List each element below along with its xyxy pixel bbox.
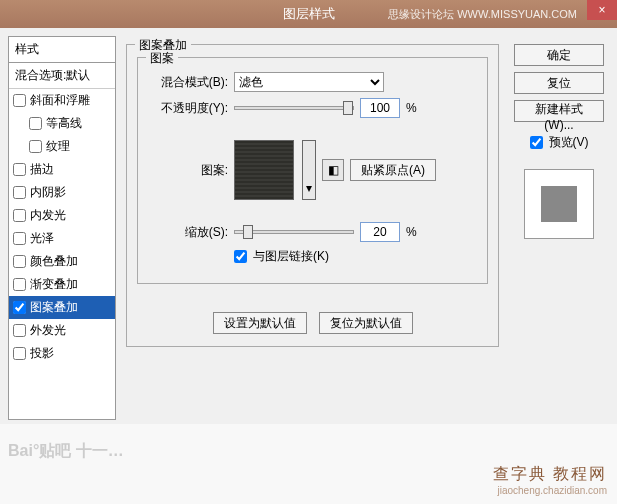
set-default-button[interactable]: 设置为默认值: [213, 312, 307, 334]
pattern-label: 图案:: [148, 162, 228, 179]
style-checkbox[interactable]: [13, 232, 26, 245]
styles-header: 样式: [9, 37, 115, 63]
style-item[interactable]: 等高线: [9, 112, 115, 135]
style-label: 颜色叠加: [30, 253, 78, 270]
style-label: 斜面和浮雕: [30, 92, 90, 109]
style-item[interactable]: 纹理: [9, 135, 115, 158]
style-checkbox[interactable]: [13, 94, 26, 107]
opacity-unit: %: [406, 101, 417, 115]
style-checkbox[interactable]: [29, 140, 42, 153]
scale-label: 缩放(S):: [148, 224, 228, 241]
opacity-label: 不透明度(Y):: [148, 100, 228, 117]
style-item[interactable]: 描边: [9, 158, 115, 181]
preview-label: 预览(V): [549, 134, 589, 151]
blend-mode-select[interactable]: 滤色: [234, 72, 384, 92]
reset-default-button[interactable]: 复位为默认值: [319, 312, 413, 334]
new-style-button[interactable]: 新建样式(W)...: [514, 100, 604, 122]
style-checkbox[interactable]: [29, 117, 42, 130]
watermark-bottom-left: Bai°贴吧 十一…: [8, 441, 124, 462]
preview-swatch: [541, 186, 577, 222]
watermark-bottom-right: 查字典 教程网 jiaocheng.chazidian.com: [493, 464, 607, 496]
ok-button[interactable]: 确定: [514, 44, 604, 66]
style-label: 内发光: [30, 207, 66, 224]
style-label: 内阴影: [30, 184, 66, 201]
opacity-input[interactable]: [360, 98, 400, 118]
blend-options-default[interactable]: 混合选项:默认: [9, 63, 115, 89]
style-checkbox[interactable]: [13, 209, 26, 222]
center-panel: 图案叠加 图案 混合模式(B): 滤色 不透明度(Y): %: [116, 36, 509, 420]
right-panel: 确定 复位 新建样式(W)... 预览(V): [509, 36, 609, 420]
style-checkbox[interactable]: [13, 301, 26, 314]
close-icon: ×: [598, 3, 605, 17]
style-checkbox[interactable]: [13, 278, 26, 291]
style-label: 投影: [30, 345, 54, 362]
style-item[interactable]: 投影: [9, 342, 115, 365]
style-item[interactable]: 内阴影: [9, 181, 115, 204]
style-item[interactable]: 图案叠加: [9, 296, 115, 319]
style-item[interactable]: 斜面和浮雕: [9, 89, 115, 112]
opacity-slider[interactable]: [234, 106, 354, 110]
preview-checkbox[interactable]: [530, 136, 543, 149]
style-item[interactable]: 颜色叠加: [9, 250, 115, 273]
style-label: 外发光: [30, 322, 66, 339]
scale-slider[interactable]: [234, 230, 354, 234]
style-label: 描边: [30, 161, 54, 178]
snap-origin-button[interactable]: 贴紧原点(A): [350, 159, 436, 181]
scale-unit: %: [406, 225, 417, 239]
blend-mode-label: 混合模式(B):: [148, 74, 228, 91]
preview-box: [524, 169, 594, 239]
style-label: 图案叠加: [30, 299, 78, 316]
dialog-title: 图层样式: [283, 5, 335, 23]
site-watermark: 思缘设计论坛 WWW.MISSYUAN.COM: [388, 7, 577, 22]
styles-panel: 样式 混合选项:默认 斜面和浮雕等高线纹理描边内阴影内发光光泽颜色叠加渐变叠加图…: [8, 36, 116, 420]
link-layer-label: 与图层链接(K): [253, 248, 329, 265]
pattern-group: 图案 混合模式(B): 滤色 不透明度(Y): % 图案:: [137, 57, 488, 284]
style-label: 光泽: [30, 230, 54, 247]
chevron-down-icon: ▾: [306, 181, 312, 195]
style-label: 等高线: [46, 115, 82, 132]
style-checkbox[interactable]: [13, 186, 26, 199]
pattern-overlay-group: 图案叠加 图案 混合模式(B): 滤色 不透明度(Y): %: [126, 44, 499, 347]
pattern-swatch[interactable]: [234, 140, 294, 200]
footer: Bai°贴吧 十一… 查字典 教程网 jiaocheng.chazidian.c…: [0, 424, 617, 504]
style-label: 渐变叠加: [30, 276, 78, 293]
close-button[interactable]: ×: [587, 0, 617, 20]
pattern-dropdown[interactable]: ▾: [302, 140, 316, 200]
style-checkbox[interactable]: [13, 255, 26, 268]
style-item[interactable]: 外发光: [9, 319, 115, 342]
style-label: 纹理: [46, 138, 70, 155]
style-item[interactable]: 内发光: [9, 204, 115, 227]
cancel-button[interactable]: 复位: [514, 72, 604, 94]
scale-input[interactable]: [360, 222, 400, 242]
style-checkbox[interactable]: [13, 324, 26, 337]
style-checkbox[interactable]: [13, 163, 26, 176]
style-checkbox[interactable]: [13, 347, 26, 360]
style-item[interactable]: 渐变叠加: [9, 273, 115, 296]
new-preset-icon[interactable]: ◧: [322, 159, 344, 181]
style-item[interactable]: 光泽: [9, 227, 115, 250]
link-layer-checkbox[interactable]: [234, 250, 247, 263]
group-title-inner: 图案: [146, 50, 178, 67]
titlebar: 图层样式 思缘设计论坛 WWW.MISSYUAN.COM ×: [0, 0, 617, 28]
